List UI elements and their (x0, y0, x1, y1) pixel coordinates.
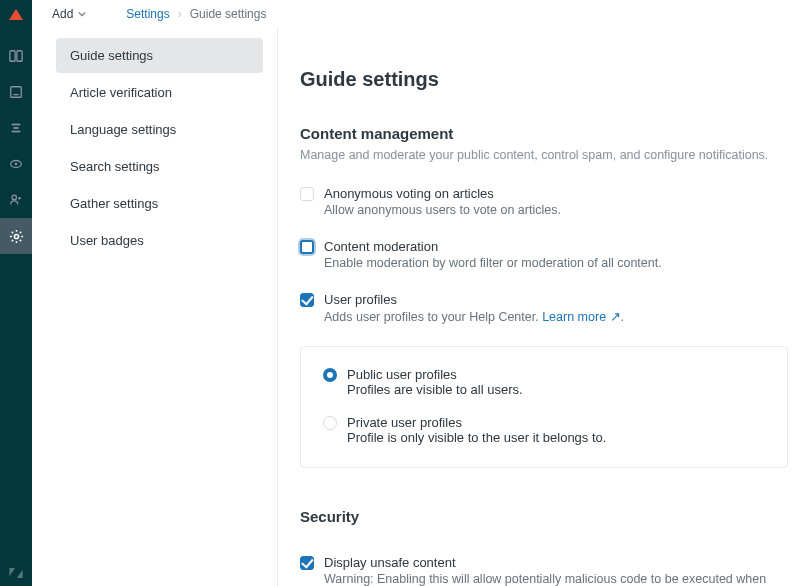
radio-sublabel: Profile is only visible to the user it b… (347, 430, 606, 445)
rail-footer-icon (9, 568, 23, 578)
section-title-security: Security (300, 508, 788, 525)
sidebar-item-language-settings[interactable]: Language settings (56, 112, 263, 147)
rail-item-guide-icon[interactable] (0, 38, 32, 74)
option-anonymous-voting: Anonymous voting on articles Allow anony… (300, 186, 788, 217)
option-label: User profiles (324, 292, 624, 307)
rail-item-eye-icon[interactable] (0, 146, 32, 182)
learn-more-link[interactable]: Learn more (542, 310, 606, 324)
icon-rail (0, 0, 32, 586)
svg-point-10 (12, 195, 16, 199)
option-content-moderation: Content moderation Enable moderation by … (300, 239, 788, 270)
section-security: Security Display unsafe content Warning:… (300, 508, 788, 586)
svg-rect-3 (11, 87, 22, 98)
external-link-icon: ↗ (610, 310, 621, 324)
checkbox-content-moderation[interactable] (300, 240, 314, 254)
radio-option-public-profiles: Public user profiles Profiles are visibl… (323, 367, 765, 397)
breadcrumb-current: Guide settings (190, 7, 267, 21)
radio-label: Private user profiles (347, 415, 606, 430)
sidebar-item-gather-settings[interactable]: Gather settings (56, 186, 263, 221)
svg-point-12 (14, 234, 18, 238)
section-desc-content-management: Manage and moderate your public content,… (300, 148, 788, 162)
radio-option-private-profiles: Private user profiles Profile is only vi… (323, 415, 765, 445)
rail-item-arrange-icon[interactable] (0, 110, 32, 146)
svg-marker-0 (9, 9, 23, 20)
option-sublabel: Warning: Enabling this will allow potent… (324, 572, 788, 586)
sidebar: Guide settings Article verification Lang… (32, 28, 278, 586)
option-sublabel: Allow anonymous users to vote on article… (324, 203, 561, 217)
radio-label: Public user profiles (347, 367, 523, 382)
rail-item-users-icon[interactable] (0, 182, 32, 218)
option-display-unsafe-content: Display unsafe content Warning: Enabling… (300, 555, 788, 586)
checkbox-display-unsafe-content[interactable] (300, 556, 314, 570)
profile-visibility-panel: Public user profiles Profiles are visibl… (300, 346, 788, 468)
svg-point-9 (15, 163, 18, 166)
radio-public-profiles[interactable] (323, 368, 337, 382)
radio-sublabel: Profiles are visible to all users. (347, 382, 523, 397)
checkbox-anonymous-voting[interactable] (300, 187, 314, 201)
main-content: Guide settings Content management Manage… (278, 28, 810, 586)
sidebar-item-search-settings[interactable]: Search settings (56, 149, 263, 184)
radio-private-profiles[interactable] (323, 416, 337, 430)
option-sublabel: Enable moderation by word filter or mode… (324, 256, 662, 270)
svg-rect-2 (17, 51, 22, 62)
app-logo-icon (6, 6, 26, 26)
svg-marker-14 (17, 570, 23, 578)
add-label: Add (52, 7, 73, 21)
topbar: Add Settings › Guide settings (32, 0, 810, 28)
sidebar-item-article-verification[interactable]: Article verification (56, 75, 263, 110)
option-user-profiles: User profiles Adds user profiles to your… (300, 292, 788, 324)
section-title-content-management: Content management (300, 125, 788, 142)
option-label: Content moderation (324, 239, 662, 254)
rail-item-knowledge-icon[interactable] (0, 74, 32, 110)
rail-item-settings-icon[interactable] (0, 218, 32, 254)
option-label: Anonymous voting on articles (324, 186, 561, 201)
add-menu-button[interactable]: Add (52, 7, 86, 21)
option-sublabel: Adds user profiles to your Help Center. … (324, 309, 624, 324)
svg-marker-13 (9, 568, 15, 576)
sidebar-item-user-badges[interactable]: User badges (56, 223, 263, 258)
breadcrumb: Settings › Guide settings (126, 7, 266, 21)
chevron-right-icon: › (178, 7, 182, 21)
svg-rect-1 (10, 51, 15, 62)
sidebar-item-guide-settings[interactable]: Guide settings (56, 38, 263, 73)
breadcrumb-link-settings[interactable]: Settings (126, 7, 169, 21)
option-label: Display unsafe content (324, 555, 788, 570)
svg-point-11 (18, 197, 21, 200)
page-title: Guide settings (300, 68, 788, 91)
chevron-down-icon (78, 10, 86, 18)
checkbox-user-profiles[interactable] (300, 293, 314, 307)
